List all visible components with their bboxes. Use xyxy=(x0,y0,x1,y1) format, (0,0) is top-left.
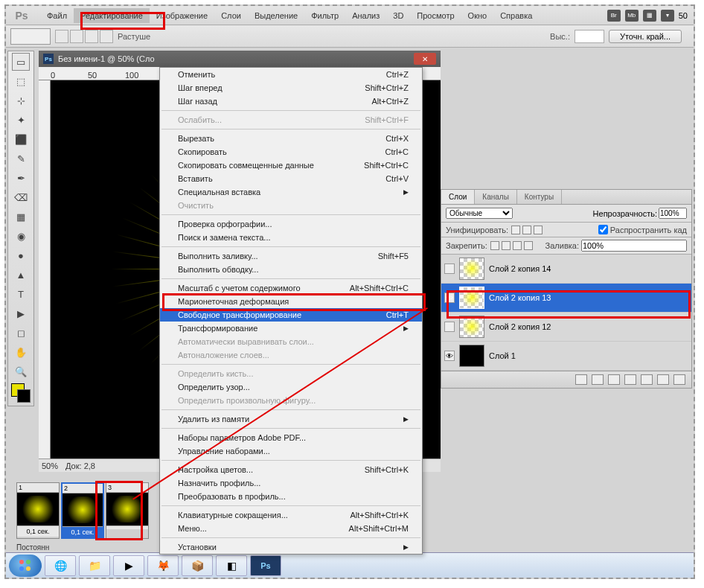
width-field[interactable] xyxy=(575,30,604,43)
menu-item[interactable]: Масштаб с учетом содержимогоAlt+Shift+Ct… xyxy=(160,281,422,295)
blend-mode-select[interactable]: Обычные xyxy=(446,208,513,219)
unify-icon[interactable] xyxy=(534,226,543,234)
panel-tab[interactable]: Каналы xyxy=(475,190,517,204)
layer-row[interactable]: 👁Слой 1 xyxy=(441,342,691,371)
menu-item[interactable]: Шаг впередShift+Ctrl+Z xyxy=(160,81,422,95)
br-icon[interactable]: Br xyxy=(607,10,621,22)
taskbar-photoshop-icon[interactable]: Ps xyxy=(250,555,281,576)
link-icon[interactable] xyxy=(575,374,587,385)
tool-15[interactable]: ✋ xyxy=(12,343,30,361)
close-button[interactable]: ✕ xyxy=(414,53,436,65)
tool-4[interactable]: ⬛ xyxy=(12,130,30,148)
layer-row[interactable]: 👁Слой 2 копия 13 xyxy=(441,284,691,313)
fill-field[interactable] xyxy=(581,240,687,252)
refine-edge-button[interactable]: Уточн. край... xyxy=(609,30,682,43)
mb-icon[interactable]: Mb xyxy=(625,10,639,22)
new-layer-icon[interactable] xyxy=(657,374,669,385)
menu-item[interactable]: Свободное трансформированиеCtrl+T xyxy=(160,308,422,322)
menu-item[interactable]: Клавиатурные сокращения...Alt+Shift+Ctrl… xyxy=(160,508,422,522)
tool-7[interactable]: ⌫ xyxy=(12,188,30,206)
taskbar-firefox-icon[interactable]: 🦊 xyxy=(147,555,179,576)
selmode-intersect[interactable] xyxy=(100,30,113,43)
menu-item[interactable]: Удалить из памяти▶ xyxy=(160,412,422,426)
trash-icon[interactable] xyxy=(673,374,685,385)
visibility-toggle[interactable] xyxy=(444,263,455,274)
panel-tab[interactable]: Контуры xyxy=(517,190,562,204)
visibility-toggle[interactable]: 👁 xyxy=(444,351,455,361)
panel-tab[interactable]: Слои xyxy=(441,190,475,204)
layer-row[interactable]: Слой 2 копия 14 xyxy=(441,255,691,284)
menu-item[interactable]: Управление наборами... xyxy=(160,444,422,458)
menu-слои[interactable]: Слои xyxy=(214,8,248,23)
taskbar-media-icon[interactable]: ▶ xyxy=(113,555,144,576)
adjustment-icon[interactable] xyxy=(624,374,636,385)
unify-icon[interactable] xyxy=(522,226,531,234)
color-swatches[interactable] xyxy=(11,383,31,403)
taskbar-app-icon[interactable]: ◧ xyxy=(216,555,247,576)
taskbar-ie-icon[interactable]: 🌐 xyxy=(45,555,76,576)
menu-item[interactable]: Выполнить заливку...Shift+F5 xyxy=(160,249,422,263)
tool-14[interactable]: ◻ xyxy=(12,324,30,342)
menu-item[interactable]: ВставитьCtrl+V xyxy=(160,172,422,185)
tool-0[interactable]: ▭ xyxy=(12,53,30,71)
menu-item[interactable]: ВырезатьCtrl+X xyxy=(160,132,422,145)
menu-фильтр[interactable]: Фильтр xyxy=(304,8,345,23)
lock-icon[interactable] xyxy=(524,241,533,250)
menu-item[interactable]: Меню...Alt+Shift+Ctrl+M xyxy=(160,522,422,535)
menu-item[interactable]: ОтменитьCtrl+Z xyxy=(160,68,422,81)
tool-10[interactable]: ● xyxy=(12,246,30,264)
lock-icon[interactable] xyxy=(513,241,522,250)
menu-item[interactable]: Преобразовать в профиль... xyxy=(160,490,422,503)
tool-11[interactable]: ▲ xyxy=(12,266,30,284)
tool-preset[interactable] xyxy=(10,28,51,45)
taskbar-explorer-icon[interactable]: 📁 xyxy=(79,555,110,576)
start-button[interactable] xyxy=(9,555,42,577)
tool-1[interactable]: ⬚ xyxy=(12,72,30,90)
menu-item[interactable]: Специальная вставка▶ xyxy=(160,185,422,199)
menu-item[interactable]: Скопировать совмещенные данныеShift+Ctrl… xyxy=(160,159,422,172)
menu-item[interactable]: Выполнить обводку... xyxy=(160,263,422,276)
fx-icon[interactable] xyxy=(592,374,604,385)
tool-8[interactable]: ▦ xyxy=(12,208,30,226)
mask-icon[interactable] xyxy=(608,374,620,385)
tool-13[interactable]: ▶ xyxy=(12,304,30,322)
menu-окно[interactable]: Окно xyxy=(461,8,494,23)
menu-файл[interactable]: Файл xyxy=(40,8,74,23)
layer-row[interactable]: Слой 2 копия 12 xyxy=(441,313,691,342)
menu-item[interactable]: Шаг назадAlt+Ctrl+Z xyxy=(160,95,422,108)
selmode-add[interactable] xyxy=(70,30,83,43)
visibility-toggle[interactable] xyxy=(444,322,455,332)
menu-справка[interactable]: Справка xyxy=(493,8,539,23)
lock-icon[interactable] xyxy=(490,241,499,250)
menu-просмотр[interactable]: Просмотр xyxy=(410,8,461,23)
menu-item[interactable]: Настройка цветов...Shift+Ctrl+K xyxy=(160,463,422,476)
menu-item[interactable]: Трансформирование▶ xyxy=(160,322,422,335)
selmode-sub[interactable] xyxy=(85,30,98,43)
animation-frame[interactable]: 3 xyxy=(106,482,149,539)
lock-icon[interactable] xyxy=(502,241,511,250)
menu-item[interactable]: Марионеточная деформация xyxy=(160,295,422,308)
taskbar-archiver-icon[interactable]: 📦 xyxy=(182,555,213,576)
menu-item[interactable]: СкопироватьCtrl+C xyxy=(160,145,422,159)
menu-редактирование[interactable]: Редактирование xyxy=(74,8,150,23)
menu-изображение[interactable]: Изображение xyxy=(150,8,214,23)
tool-5[interactable]: ✎ xyxy=(12,150,30,167)
menu-item[interactable]: Установки▶ xyxy=(160,540,422,554)
tool-16[interactable]: 🔍 xyxy=(12,362,30,380)
menu-3d[interactable]: 3D xyxy=(386,8,410,23)
animation-frame[interactable]: 20,1 сек. xyxy=(61,482,104,539)
tool-9[interactable]: ◉ xyxy=(12,227,30,245)
tool-12[interactable]: T xyxy=(12,285,30,303)
menu-item[interactable]: Поиск и замена текста... xyxy=(160,231,422,244)
opacity-field[interactable] xyxy=(659,208,687,219)
group-icon[interactable] xyxy=(641,374,653,385)
menu-item[interactable]: Проверка орфографии... xyxy=(160,217,422,231)
background-swatch[interactable] xyxy=(17,389,31,403)
selmode-new[interactable] xyxy=(55,30,68,43)
document-titlebar[interactable]: Ps Без имени-1 @ 50% (Сло ✕ xyxy=(39,51,441,67)
menu-item[interactable]: Назначить профиль... xyxy=(160,476,422,490)
unify-icon[interactable] xyxy=(511,226,520,234)
animation-frame[interactable]: 10,1 сек. xyxy=(16,482,60,539)
tool-6[interactable]: ✒ xyxy=(12,169,30,187)
workspace-icon[interactable]: ▾ xyxy=(661,10,674,22)
